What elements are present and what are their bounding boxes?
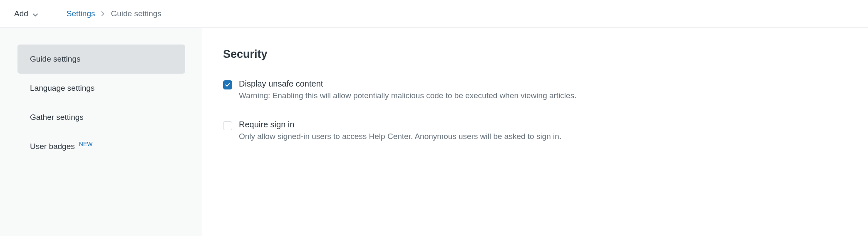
- breadcrumb-link-settings[interactable]: Settings: [67, 9, 95, 18]
- sidebar-item-language-settings[interactable]: Language settings: [17, 74, 185, 103]
- sidebar-item-label: Guide settings: [30, 55, 80, 64]
- option-description: Only allow signed-in users to access Hel…: [239, 131, 847, 142]
- sidebar-item-label: Language settings: [30, 84, 94, 93]
- option-label: Display unsafe content: [239, 79, 847, 89]
- option-label: Require sign in: [239, 120, 847, 129]
- sidebar: Guide settings Language settings Gather …: [0, 28, 202, 236]
- main-panel: Security Display unsafe content Warning:…: [202, 28, 868, 236]
- checkbox-display-unsafe-content[interactable]: [223, 80, 232, 89]
- sidebar-item-label: Gather settings: [30, 113, 84, 122]
- option-content: Display unsafe content Warning: Enabling…: [239, 79, 847, 102]
- sidebar-item-label: User badges: [30, 142, 75, 151]
- top-bar: Add Settings Guide settings: [0, 0, 868, 28]
- sidebar-item-gather-settings[interactable]: Gather settings: [17, 103, 185, 132]
- sidebar-item-guide-settings[interactable]: Guide settings: [17, 45, 185, 74]
- check-icon: [225, 83, 230, 87]
- checkbox-require-sign-in[interactable]: [223, 121, 232, 130]
- breadcrumb: Settings Guide settings: [67, 9, 161, 18]
- option-description: Warning: Enabling this will allow potent…: [239, 90, 847, 102]
- add-label: Add: [14, 9, 28, 18]
- add-dropdown[interactable]: Add: [12, 7, 41, 20]
- content-wrap: Guide settings Language settings Gather …: [0, 28, 868, 236]
- chevron-right-icon: [101, 11, 105, 17]
- new-badge: NEW: [79, 141, 93, 147]
- sidebar-item-user-badges[interactable]: User badges NEW: [17, 132, 185, 161]
- chevron-down-icon: [32, 11, 38, 17]
- breadcrumb-current: Guide settings: [111, 9, 161, 18]
- section-title: Security: [223, 48, 847, 61]
- option-content: Require sign in Only allow signed-in use…: [239, 120, 847, 142]
- option-require-sign-in: Require sign in Only allow signed-in use…: [223, 120, 847, 142]
- option-display-unsafe-content: Display unsafe content Warning: Enabling…: [223, 79, 847, 102]
